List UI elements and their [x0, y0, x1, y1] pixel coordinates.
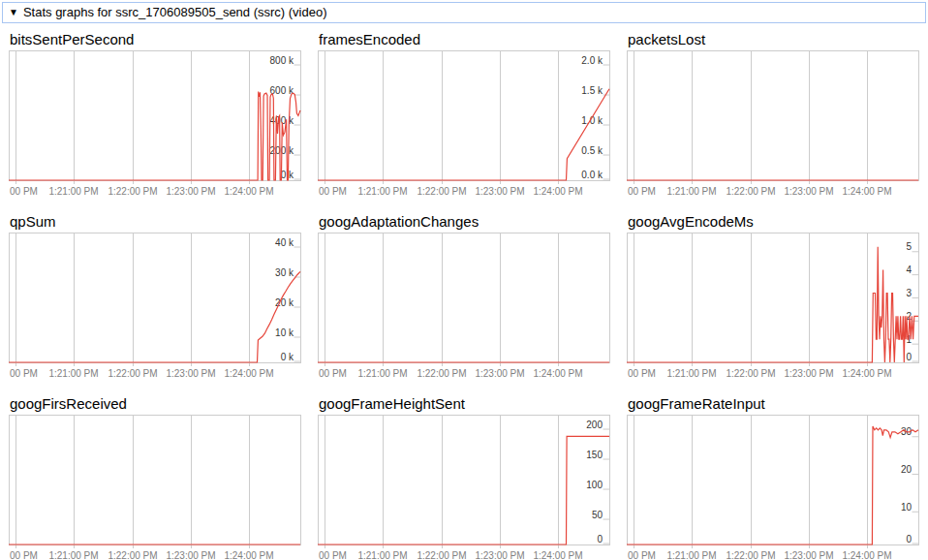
series-line	[9, 92, 300, 181]
collapse-arrow-icon: ▼	[9, 5, 18, 19]
x-tick-label: 1:23:00 PM	[784, 368, 833, 380]
x-tick-label: 1:22:00 PM	[108, 186, 157, 198]
x-tick-label: 1:21:00 PM	[48, 186, 98, 198]
chart-title: qpSum	[10, 213, 301, 230]
x-tick-label: 1:24:00 PM	[224, 368, 273, 380]
chart-canvas: 200150100500	[318, 415, 610, 549]
y-tick-label: 10 k	[275, 327, 294, 338]
chart-title: googAdaptationChanges	[319, 213, 610, 230]
chart-title: bitsSentPerSecond	[10, 31, 301, 47]
x-axis-labels: 00 PM1:21:00 PM1:22:00 PM1:23:00 PM1:24:…	[318, 186, 610, 198]
y-tick-label: 0	[597, 534, 603, 544]
x-tick-label: 1:22:00 PM	[108, 550, 157, 560]
chart-title: framesEncoded	[319, 31, 610, 47]
y-tick-label: 40 k	[275, 237, 294, 248]
y-tick-label: 30 k	[275, 267, 294, 278]
x-tick-label: 1:24:00 PM	[224, 186, 273, 198]
chart-canvas: 2.0 k1.5 k1.0 k0.5 k0.0 k	[318, 50, 610, 185]
chart-googFrameHeightSent: googFrameHeightSent20015010050000 PM1:21…	[318, 395, 610, 560]
x-tick-label: 1:23:00 PM	[166, 550, 215, 560]
y-tick-label: 0	[906, 352, 912, 362]
x-tick-label: 1:24:00 PM	[842, 186, 891, 198]
chart-googAdaptationChanges: googAdaptationChanges00 PM1:21:00 PM1:22…	[318, 213, 610, 380]
chart-title: googFrameRateInput	[628, 395, 919, 412]
x-axis-labels: 00 PM1:21:00 PM1:22:00 PM1:23:00 PM1:24:…	[9, 550, 301, 560]
x-tick-label: 1:23:00 PM	[166, 186, 215, 198]
x-tick-label: 1:21:00 PM	[666, 550, 716, 560]
chart-canvas: 40 k30 k20 k10 k0 k	[9, 233, 301, 367]
y-tick-label: 3	[906, 288, 912, 298]
chart-qpSum: qpSum40 k30 k20 k10 k0 k00 PM1:21:00 PM1…	[9, 213, 301, 380]
chart-canvas	[318, 233, 610, 367]
x-tick-label: 1:23:00 PM	[475, 186, 524, 198]
y-tick-label: 100	[586, 480, 603, 490]
chart-canvas: 543210	[627, 233, 919, 367]
y-tick-label: 0.5 k	[581, 145, 603, 156]
x-tick-label: 1:23:00 PM	[475, 550, 524, 560]
series-line	[627, 426, 918, 544]
chart-canvas	[9, 415, 301, 549]
y-tick-label: 2.0 k	[581, 55, 603, 66]
x-axis-labels: 00 PM1:21:00 PM1:22:00 PM1:23:00 PM1:24:…	[318, 368, 610, 380]
y-tick-label: 50	[592, 510, 603, 520]
series-line	[9, 271, 300, 362]
x-tick-label: 1:22:00 PM	[417, 186, 466, 198]
series-line	[318, 89, 609, 180]
chart-title: googFrameHeightSent	[319, 395, 610, 412]
x-tick-label: 00 PM	[319, 550, 347, 560]
x-tick-label: 00 PM	[628, 186, 656, 198]
y-tick-label: 4	[906, 264, 912, 275]
x-tick-label: 1:22:00 PM	[726, 550, 775, 560]
stats-graphs-section-header[interactable]: ▼ Stats graphs for ssrc_1706089505_send …	[2, 2, 926, 23]
y-tick-label: 600 k	[270, 85, 294, 96]
chart-bitsSentPerSecond: bitsSentPerSecond800 k600 k400 k200 k0 k…	[9, 31, 301, 198]
series-line	[627, 247, 918, 362]
x-tick-label: 00 PM	[628, 368, 656, 380]
x-axis-labels: 00 PM1:21:00 PM1:22:00 PM1:23:00 PM1:24:…	[9, 368, 301, 380]
x-tick-label: 1:21:00 PM	[666, 186, 716, 198]
series-line	[318, 436, 609, 544]
chart-googFirsReceived: googFirsReceived00 PM1:21:00 PM1:22:00 P…	[9, 395, 301, 560]
y-tick-label: 1.5 k	[581, 85, 603, 96]
chart-packetsLost: packetsLost00 PM1:21:00 PM1:22:00 PM1:23…	[627, 31, 919, 198]
x-tick-label: 00 PM	[319, 186, 347, 198]
x-tick-label: 1:24:00 PM	[224, 550, 273, 560]
x-tick-label: 00 PM	[319, 368, 347, 380]
y-tick-label: 20	[901, 464, 913, 475]
section-title: Stats graphs for ssrc_1706089505_send (s…	[23, 5, 327, 19]
x-axis-labels: 00 PM1:21:00 PM1:22:00 PM1:23:00 PM1:24:…	[627, 368, 919, 380]
x-tick-label: 1:24:00 PM	[533, 550, 582, 560]
x-tick-label: 00 PM	[628, 550, 656, 560]
y-tick-label: 10	[901, 502, 913, 513]
x-tick-label: 1:22:00 PM	[417, 550, 466, 560]
x-axis-labels: 00 PM1:21:00 PM1:22:00 PM1:23:00 PM1:24:…	[9, 186, 301, 198]
x-tick-label: 1:21:00 PM	[357, 550, 407, 560]
x-tick-label: 1:22:00 PM	[726, 186, 775, 198]
x-tick-label: 1:23:00 PM	[475, 368, 524, 380]
x-tick-label: 00 PM	[10, 550, 38, 560]
x-tick-label: 1:21:00 PM	[48, 550, 98, 560]
x-tick-label: 1:24:00 PM	[842, 368, 891, 380]
x-tick-label: 00 PM	[10, 368, 38, 380]
y-tick-label: 0.0 k	[581, 170, 603, 180]
x-axis-labels: 00 PM1:21:00 PM1:22:00 PM1:23:00 PM1:24:…	[627, 186, 919, 198]
chart-framesEncoded: framesEncoded2.0 k1.5 k1.0 k0.5 k0.0 k00…	[318, 31, 610, 198]
y-tick-label: 150	[586, 450, 603, 460]
x-axis-labels: 00 PM1:21:00 PM1:22:00 PM1:23:00 PM1:24:…	[318, 550, 610, 560]
x-tick-label: 1:24:00 PM	[533, 368, 582, 380]
x-tick-label: 1:22:00 PM	[726, 368, 775, 380]
y-tick-label: 800 k	[270, 55, 294, 66]
x-tick-label: 1:21:00 PM	[666, 368, 716, 380]
x-axis-labels: 00 PM1:21:00 PM1:22:00 PM1:23:00 PM1:24:…	[627, 550, 919, 560]
x-tick-label: 1:21:00 PM	[48, 368, 98, 380]
x-tick-label: 1:23:00 PM	[784, 186, 833, 198]
chart-canvas	[627, 50, 919, 185]
chart-title: googAvgEncodeMs	[628, 213, 919, 230]
y-tick-label: 0	[906, 534, 912, 544]
x-tick-label: 1:22:00 PM	[108, 368, 157, 380]
x-tick-label: 1:23:00 PM	[166, 368, 215, 380]
y-tick-label: 200	[586, 420, 603, 430]
chart-googAvgEncodeMs: googAvgEncodeMs54321000 PM1:21:00 PM1:22…	[627, 213, 919, 380]
x-tick-label: 1:23:00 PM	[784, 550, 833, 560]
x-tick-label: 1:21:00 PM	[357, 368, 407, 380]
